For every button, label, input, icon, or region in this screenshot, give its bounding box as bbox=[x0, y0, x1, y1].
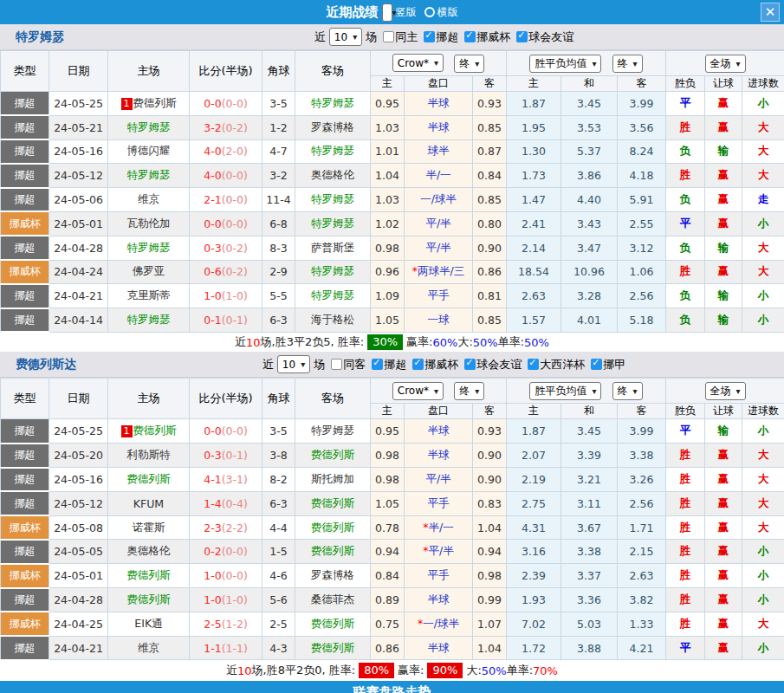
result-cell: 平 bbox=[666, 211, 705, 236]
scope-select[interactable]: 全场 bbox=[705, 55, 746, 73]
away-team-link[interactable]: 特罗姆瑟 bbox=[311, 424, 354, 437]
home-team-cell: KFUM bbox=[108, 491, 190, 515]
home-team-link[interactable]: 特罗姆瑟 bbox=[127, 241, 171, 254]
match-row: 挪超 24-04-21 克里斯蒂 1-0(1-0) 5-5 特罗姆瑟 1.09 … bbox=[1, 284, 784, 308]
match-count-select[interactable]: 10 bbox=[277, 355, 310, 373]
euro-draw-cell: 3.45 bbox=[561, 92, 618, 116]
away-team-link[interactable]: 特罗姆瑟 bbox=[311, 96, 354, 109]
away-team-link[interactable]: 奥德格伦 bbox=[311, 168, 354, 181]
same-venue-checkbox[interactable] bbox=[383, 31, 394, 42]
home-team-link[interactable]: 费德列斯 bbox=[133, 96, 177, 109]
away-team-link[interactable]: 费德列斯 bbox=[311, 544, 354, 557]
league-type-cell: 挪超 bbox=[1, 636, 49, 660]
league-handicap-trend-bar[interactable]: 联赛盘路走势 bbox=[0, 681, 784, 693]
away-team-link[interactable]: 费德列斯 bbox=[311, 496, 354, 509]
euro-away-cell: 3.56 bbox=[618, 115, 666, 139]
league-filter-checkbox[interactable] bbox=[372, 359, 383, 370]
date-cell: 24-04-21 bbox=[49, 636, 108, 660]
euro-home-cell: 2.39 bbox=[507, 564, 561, 588]
home-team-link[interactable]: 费德列斯 bbox=[127, 568, 171, 581]
away-team-link[interactable]: 费德列斯 bbox=[311, 641, 354, 654]
match-row: 挪威杯 24-04-25 EIK通 2-5(1-2) 2-5 费德列斯 0.75… bbox=[1, 612, 784, 636]
odds-final-select[interactable]: 终 bbox=[454, 55, 484, 73]
handicap-result-cell: 输 bbox=[705, 236, 742, 260]
league-filter-checkbox[interactable] bbox=[464, 31, 476, 42]
same-venue-checkbox[interactable] bbox=[331, 359, 342, 370]
league-filter-checkbox[interactable] bbox=[464, 359, 476, 370]
odds-final-select[interactable]: 终 bbox=[454, 382, 484, 400]
euro-odds-select[interactable]: 胜平负均值 bbox=[529, 382, 601, 400]
score-cell: 0-3(0-2) bbox=[190, 236, 262, 260]
home-team-link[interactable]: 特罗姆瑟 bbox=[127, 313, 171, 326]
away-team-link[interactable]: 海于格松 bbox=[311, 313, 354, 326]
euro-final-select[interactable]: 终 bbox=[612, 55, 643, 73]
away-team-link[interactable]: 费德列斯 bbox=[311, 617, 354, 630]
away-team-cell: 费德列斯 bbox=[295, 515, 371, 540]
away-team-link[interactable]: 特罗姆瑟 bbox=[311, 217, 354, 230]
rank-badge: 1 bbox=[121, 425, 133, 437]
away-team-link[interactable]: 特罗姆瑟 bbox=[311, 144, 354, 157]
home-team-cell: 博德闪耀 bbox=[108, 139, 190, 164]
league-filter-checkbox[interactable] bbox=[591, 359, 602, 370]
league-filter-checkbox[interactable] bbox=[528, 359, 539, 370]
away-team-link[interactable]: 桑德菲杰 bbox=[311, 593, 354, 606]
home-team-link[interactable]: 特罗姆瑟 bbox=[127, 168, 171, 181]
home-team-link[interactable]: 费德列斯 bbox=[133, 424, 177, 437]
handicap-cell: *半/一 bbox=[405, 515, 473, 540]
euro-odds-select[interactable]: 胜平负均值 bbox=[529, 55, 601, 73]
home-team-link[interactable]: 费德列斯 bbox=[127, 472, 171, 485]
league-filter-checkbox[interactable] bbox=[516, 31, 528, 42]
league-type-cell: 挪超 bbox=[1, 588, 49, 612]
home-team-link[interactable]: 佛罗亚 bbox=[133, 264, 165, 277]
horizontal-layout-radio[interactable] bbox=[424, 7, 435, 17]
away-team-link[interactable]: 特罗姆瑟 bbox=[311, 264, 354, 277]
home-team-link[interactable]: 特罗姆瑟 bbox=[127, 120, 171, 133]
league-filter-checkbox[interactable] bbox=[424, 31, 435, 42]
close-icon[interactable]: ✕ bbox=[761, 3, 780, 22]
home-team-link[interactable]: 维京 bbox=[138, 192, 159, 205]
away-team-link[interactable]: 斯托姆加 bbox=[311, 472, 354, 485]
home-team-link[interactable]: KFUM bbox=[133, 497, 164, 510]
home-team-link[interactable]: 瓦勒伦加 bbox=[127, 217, 171, 230]
league-filter-checkbox[interactable] bbox=[412, 359, 424, 370]
home-team-link[interactable]: 奥德格伦 bbox=[127, 544, 171, 557]
match-row: 挪超 24-04-28 特罗姆瑟 0-3(0-2) 8-3 萨普斯堡 0.98 … bbox=[1, 236, 784, 260]
filter-games-label: 场 bbox=[366, 29, 377, 45]
euro-final-select[interactable]: 终 bbox=[612, 382, 643, 400]
scope-select[interactable]: 全场 bbox=[705, 382, 746, 400]
score-cell: 4-1(3-1) bbox=[190, 468, 262, 492]
date-cell: 24-05-01 bbox=[49, 564, 108, 588]
home-team-link[interactable]: 诺霍斯 bbox=[133, 521, 165, 534]
result-cell: 负 bbox=[666, 236, 705, 260]
vertical-layout-radio[interactable] bbox=[382, 3, 392, 22]
result-cell: 胜 bbox=[666, 164, 705, 188]
filter-games-label: 场 bbox=[314, 357, 325, 372]
away-team-link[interactable]: 萨普斯堡 bbox=[311, 241, 354, 254]
away-team-link[interactable]: 特罗姆瑟 bbox=[311, 192, 354, 205]
away-team-link[interactable]: 罗森博格 bbox=[311, 568, 354, 581]
home-team-link[interactable]: EIK通 bbox=[134, 617, 162, 630]
match-count-select[interactable]: 10 bbox=[329, 28, 362, 46]
section-team-name: 特罗姆瑟 bbox=[16, 29, 64, 45]
home-odds-cell: 1.02 bbox=[371, 211, 405, 236]
corner-cell: 3-2 bbox=[262, 164, 295, 188]
away-team-cell: 特罗姆瑟 bbox=[295, 139, 371, 164]
away-team-link[interactable]: 费德列斯 bbox=[311, 448, 354, 461]
away-odds-cell: 0.85 bbox=[473, 308, 507, 333]
away-team-link[interactable]: 罗森博格 bbox=[311, 120, 354, 133]
odds-provider-select[interactable]: Crow* bbox=[392, 382, 444, 400]
away-team-link[interactable]: 费德列斯 bbox=[311, 521, 354, 534]
away-team-link[interactable]: 特罗姆瑟 bbox=[311, 288, 354, 301]
league-filter-label: 球会友谊 bbox=[528, 30, 573, 43]
home-team-link[interactable]: 克里斯蒂 bbox=[127, 288, 171, 301]
handicap-cell: 一球 bbox=[405, 308, 473, 333]
home-team-link[interactable]: 费德列斯 bbox=[127, 593, 171, 606]
euro-draw-cell: 3.88 bbox=[561, 636, 618, 660]
home-team-link[interactable]: 博德闪耀 bbox=[127, 144, 171, 157]
home-team-link[interactable]: 利勒斯特 bbox=[127, 448, 171, 461]
result-cell: 负 bbox=[666, 308, 705, 333]
home-team-cell: 费德列斯 bbox=[108, 564, 190, 588]
euro-away-cell: 2.55 bbox=[618, 211, 666, 236]
home-team-link[interactable]: 维京 bbox=[138, 641, 159, 654]
odds-provider-select[interactable]: Crow* bbox=[392, 54, 444, 72]
